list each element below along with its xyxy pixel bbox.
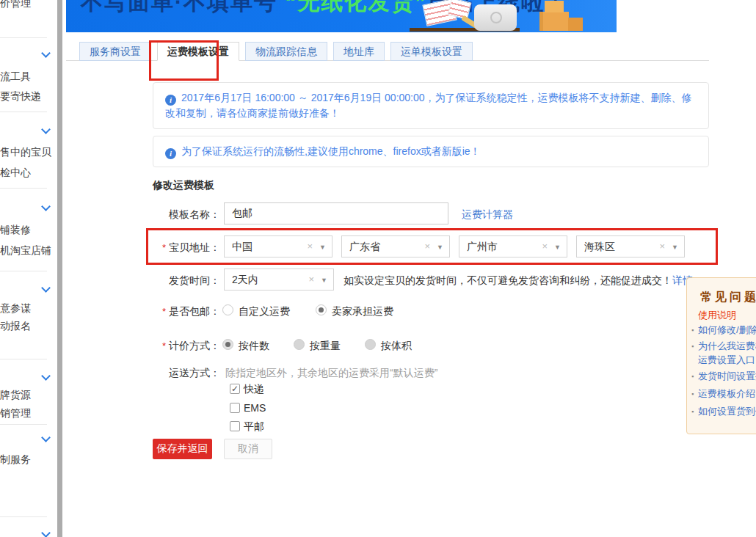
faq-link-freight-entry[interactable]: 运费设置入口 xyxy=(698,354,755,367)
sidebar-item-check-center[interactable]: 检中心 xyxy=(0,167,31,180)
radio-by-volume[interactable] xyxy=(365,339,376,350)
faq-panel: 常见问题 使用说明 ▪ 如何修改/删除 ▪ 为什么我运费模 运费设置入口 ▪ 发… xyxy=(686,277,756,434)
info-icon: i xyxy=(165,148,176,159)
tab-service-provider[interactable]: 服务商设置 xyxy=(79,42,151,61)
radio-by-weight[interactable] xyxy=(294,339,305,350)
chevron-down-icon[interactable] xyxy=(41,202,51,211)
faq-link-delivery-time-setting[interactable]: 发货时间设置按 xyxy=(698,370,756,383)
faq-usage-link[interactable]: 使用说明 xyxy=(698,309,736,322)
sidebar-item-brand-supply[interactable]: 牌货源 xyxy=(0,389,31,402)
radio-custom-freight[interactable] xyxy=(222,304,233,315)
bullet-icon: ▪ xyxy=(691,326,694,334)
sidebar-item-business-advisor[interactable]: 意参谋 xyxy=(0,302,31,315)
chevron-down-icon[interactable] xyxy=(41,371,51,381)
radio-by-weight-label: 按重量 xyxy=(310,340,341,353)
checkbox-surface-mail[interactable] xyxy=(230,421,240,431)
cancel-button[interactable]: 取消 xyxy=(224,439,272,459)
sidebar-item-send-express[interactable]: 要寄快递 xyxy=(0,90,41,103)
chevron-down-icon[interactable] xyxy=(41,48,51,58)
faq-title: 常见问题 xyxy=(700,290,756,305)
system-maintenance-notice: i2017年6月17日 16:00:00 ～ 2017年6月19日 00:00:… xyxy=(153,82,709,129)
sidebar-divider xyxy=(0,271,47,271)
chevron-down-icon[interactable]: ▼ xyxy=(321,270,327,291)
sidebar-item-distribution[interactable]: 销管理 xyxy=(0,407,31,420)
sidebar-item-logistics-tools[interactable]: 流工具 xyxy=(0,70,31,84)
page-title: 修改运费模板 xyxy=(153,179,214,192)
free-shipping-label: *是否包邮： xyxy=(123,305,220,318)
required-asterisk: * xyxy=(162,340,166,351)
parcel-boxes-icon xyxy=(539,12,569,31)
clear-icon[interactable]: × xyxy=(308,269,314,290)
sidebar-divider xyxy=(0,359,47,359)
sidebar-item-activity-signup[interactable]: 动报名 xyxy=(0,320,31,333)
annotation-box-address-row xyxy=(146,228,718,265)
tab-logistics-tracking[interactable]: 物流跟踪信息 xyxy=(245,42,327,61)
sidebar-item-items-on-sale[interactable]: 售中的宝贝 xyxy=(0,146,51,159)
sidebar-divider xyxy=(0,424,47,425)
chevron-down-icon[interactable] xyxy=(41,283,51,293)
annotation-box-active-tab xyxy=(149,40,219,81)
tab-address-library[interactable]: 地址库 xyxy=(333,42,385,61)
shipping-method-hint: 除指定地区外，其余地区的运费采用“默认运费” xyxy=(225,367,437,380)
radio-by-piece[interactable] xyxy=(222,339,233,350)
template-name-input[interactable] xyxy=(224,202,448,224)
bullet-icon: ▪ xyxy=(691,343,694,350)
sidebar-item-shop-decorate[interactable]: 铺装修 xyxy=(0,224,31,237)
radio-seller-pays-freight[interactable] xyxy=(316,304,327,315)
sidebar-divider xyxy=(0,37,47,38)
template-name-label: 模板名称： xyxy=(123,208,220,222)
sidebar-item-custom-service[interactable]: 制服务 xyxy=(0,453,31,467)
shipping-method-label: 运送方式： xyxy=(123,367,220,380)
sidebar-divider xyxy=(0,188,47,189)
delivery-time-label: 发货时间： xyxy=(123,274,220,288)
parcel-boxes-icon xyxy=(545,1,564,12)
checkbox-ems[interactable] xyxy=(230,403,240,413)
chevron-down-icon[interactable] xyxy=(41,528,51,537)
sidebar-scrollbar[interactable] xyxy=(57,0,62,537)
delivery-time-hint: 如实设定宝贝的发货时间，不仅可避免发货咨询和纠纷，还能促进成交！详情 xyxy=(344,274,693,288)
browser-recommendation-notice: i为了保证系统运行的流畅性,建议使用chrome、firefox或者新版ie！ xyxy=(153,136,709,167)
parcel-boxes-icon xyxy=(568,18,583,31)
checkbox-ems-label: EMS xyxy=(244,402,266,414)
checkbox-surface-mail-label: 平邮 xyxy=(244,420,264,434)
bullet-icon: ▪ xyxy=(691,408,694,415)
bullet-icon: ▪ xyxy=(691,390,694,398)
checkbox-express[interactable]: ✓ xyxy=(230,384,240,394)
radio-by-volume-label: 按体积 xyxy=(381,340,412,353)
radio-custom-freight-label: 自定义运费 xyxy=(239,305,290,318)
pricing-method-label: *计价方式： xyxy=(123,340,220,353)
freight-calculator-link[interactable]: 运费计算器 xyxy=(462,208,513,222)
sidebar-divider xyxy=(0,112,47,112)
info-icon: i xyxy=(165,95,176,106)
save-and-return-button[interactable]: 保存并返回 xyxy=(153,439,212,459)
shipping-template-settings-page: 价管理 流工具 要寄快递 售中的宝贝 检中心 铺装修 机淘宝店铺 意参谋 动报名… xyxy=(0,0,756,537)
required-asterisk: * xyxy=(162,306,166,317)
sidebar-item-partial-top[interactable]: 价管理 xyxy=(0,0,31,10)
tab-waybill-template[interactable]: 运单模板设置 xyxy=(390,42,473,61)
checkbox-express-label: 快递 xyxy=(244,383,264,396)
settings-tabs: 服务商设置 运费模板设置 物流跟踪信息 地址库 运单模板设置 xyxy=(79,42,473,61)
faq-link-why-template[interactable]: 为什么我运费模 xyxy=(698,340,756,353)
radio-by-piece-label: 按件数 xyxy=(239,340,269,353)
faq-link-cod-setting[interactable]: 如何设置货到付 xyxy=(698,405,756,418)
chevron-down-icon[interactable] xyxy=(41,433,51,442)
radio-seller-pays-freight-label: 卖家承担运费 xyxy=(332,305,393,318)
faq-link-template-intro[interactable]: 运费模板介绍 xyxy=(698,387,755,401)
bullet-icon: ▪ xyxy=(691,373,694,380)
sidebar-item-mobile-shop[interactable]: 机淘宝店铺 xyxy=(0,244,51,257)
sidebar-divider xyxy=(0,516,47,517)
chevron-down-icon[interactable] xyxy=(41,125,51,134)
sidebar: 价管理 流工具 要寄快递 售中的宝贝 检中心 铺装修 机淘宝店铺 意参谋 动报名… xyxy=(0,0,57,537)
printer-icon xyxy=(474,4,517,31)
promo-banner[interactable]: 不写面单·不填单号 “无纸化发货”产品上线啦！ xyxy=(66,0,617,32)
faq-link-modify-delete[interactable]: 如何修改/删除 xyxy=(698,324,756,337)
delivery-time-select[interactable]: 2天内 × ▼ xyxy=(224,268,334,291)
